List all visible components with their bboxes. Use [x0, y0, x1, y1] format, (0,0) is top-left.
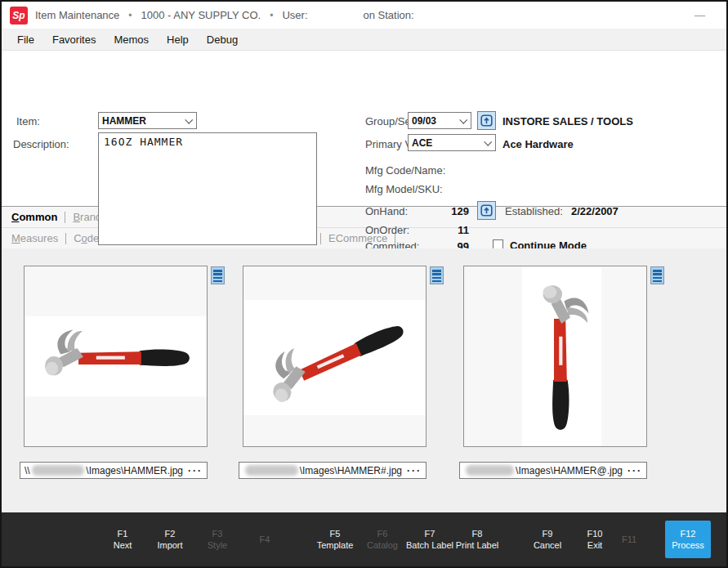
hammer-image: [531, 278, 593, 435]
onorder-label: OnOrder:: [365, 224, 409, 236]
browse-button[interactable]: ···: [188, 465, 203, 476]
tab-separator: [320, 233, 321, 244]
image-menu-button[interactable]: [211, 266, 225, 284]
function-key[interactable]: F3 Style: [194, 528, 241, 551]
chevron-down-icon: [185, 116, 193, 124]
primary-vendor-combobox[interactable]: ACE: [408, 134, 496, 151]
open-lookup-icon: [480, 114, 493, 127]
browse-button[interactable]: ···: [407, 465, 422, 476]
menu-item[interactable]: File: [8, 29, 43, 51]
secondary-tab[interactable]: Measures: [11, 232, 74, 244]
hammer-photo: [522, 266, 601, 446]
onhand-label: OnHand:: [365, 205, 408, 217]
function-key[interactable]: F6 Catalog: [359, 528, 406, 551]
image-menu-button[interactable]: [650, 266, 664, 284]
item-form: Item: HAMMER Description: 16OZ HAMMER Gr…: [2, 51, 726, 206]
chevron-down-icon: [484, 138, 492, 146]
image-frame: [243, 266, 427, 447]
onorder-value: 11: [412, 224, 469, 236]
primary-tab[interactable]: Common: [11, 211, 73, 223]
menu-bar: File Favorites Memos Help Debug: [2, 29, 726, 51]
company-name: 1000 - ANY SUPPLY CO.: [141, 9, 261, 21]
function-key[interactable]: F4: [241, 534, 288, 545]
app-logo-icon: Sp: [10, 7, 28, 25]
function-key[interactable]: F9 Cancel: [524, 528, 571, 551]
function-key[interactable]: F1 Next: [99, 528, 146, 551]
user-label: User:: [282, 9, 307, 21]
images-tab-panel: \\ \Images\HAMMER.jpg ···: [2, 248, 726, 512]
onhand-value: 129: [412, 205, 469, 217]
redacted-server-name: [32, 465, 85, 476]
image-frame: [463, 266, 647, 447]
tab-separator: [65, 212, 65, 223]
redacted-server-name: [245, 465, 298, 476]
established-value: 2/22/2007: [571, 205, 619, 217]
title-separator-dot: •: [270, 10, 273, 21]
mfg-code-label: Mfg Code/Name:: [365, 164, 445, 177]
function-key[interactable]: F5 Template: [311, 528, 359, 551]
minimize-button[interactable]: —: [695, 9, 705, 21]
function-key[interactable]: F8 Print Label: [453, 528, 501, 551]
description-label: Description:: [13, 138, 69, 150]
image-panel: \Images\HAMMER#.jpg ···: [243, 266, 427, 480]
title-separator-dot: •: [128, 10, 132, 21]
hamburger-menu-icon: [213, 270, 222, 282]
image-menu-button[interactable]: [430, 266, 444, 284]
hamburger-menu-icon: [653, 270, 662, 282]
menu-item[interactable]: Debug: [198, 29, 247, 51]
function-key[interactable]: F11: [605, 534, 653, 545]
hammer-photo: [243, 300, 426, 415]
station-label: on Station:: [364, 9, 414, 21]
mfg-model-label: Mfg Model/SKU:: [365, 183, 443, 195]
item-combobox[interactable]: HAMMER: [98, 112, 197, 129]
open-lookup-icon: [480, 204, 493, 217]
onhand-lookup-button[interactable]: [477, 201, 496, 220]
function-key[interactable]: F7 Batch Label: [406, 528, 453, 551]
group-section-name: INSTORE SALES / TOOLS: [502, 115, 633, 127]
function-key-bar: F1 Next F2 Import F3 Style F4 F5 Templat…: [2, 512, 726, 566]
image-path-field[interactable]: \Images\HAMMER#.jpg ···: [239, 462, 427, 479]
redacted-server-name: [466, 465, 514, 476]
image-frame: [24, 266, 208, 447]
title-bar: Sp Item Maintenance • 1000 - ANY SUPPLY …: [2, 2, 726, 29]
hammer-image: [250, 297, 418, 418]
menu-item[interactable]: Favorites: [43, 29, 105, 51]
item-label: Item:: [16, 115, 40, 127]
primary-vendor-name: Ace Hardware: [502, 138, 574, 150]
hammer-photo: [25, 316, 207, 396]
function-key[interactable]: F2 Import: [146, 528, 194, 551]
window-title: Item Maintenance: [35, 9, 119, 21]
group-section-lookup-button[interactable]: [477, 111, 496, 130]
path-prefix: \\: [25, 465, 30, 476]
image-panel: \Images\HAMMER@.jpg ···: [463, 266, 647, 480]
hamburger-menu-icon: [432, 270, 441, 282]
group-section-combobox[interactable]: 09/03: [408, 112, 471, 129]
image-path-field[interactable]: \Images\HAMMER@.jpg ···: [459, 462, 647, 479]
tab-separator: [65, 233, 66, 244]
item-maintenance-window: Sp Item Maintenance • 1000 - ANY SUPPLY …: [0, 0, 728, 568]
path-text: \Images\HAMMER@.jpg: [516, 465, 623, 476]
menu-item[interactable]: Memos: [105, 29, 158, 51]
path-text: \Images\HAMMER#.jpg: [300, 465, 402, 476]
chevron-down-icon: [459, 116, 467, 124]
function-key[interactable]: F12 Process: [665, 521, 711, 558]
browse-button[interactable]: ···: [628, 465, 642, 476]
hammer-image: [38, 325, 194, 387]
image-panel: \\ \Images\HAMMER.jpg ···: [24, 266, 208, 480]
image-path-field[interactable]: \\ \Images\HAMMER.jpg ···: [20, 462, 208, 479]
established-label: Established:: [505, 205, 563, 217]
description-textarea[interactable]: 16OZ HAMMER: [98, 132, 317, 245]
menu-item[interactable]: Help: [158, 29, 198, 51]
path-text: \Images\HAMMER.jpg: [86, 465, 183, 476]
